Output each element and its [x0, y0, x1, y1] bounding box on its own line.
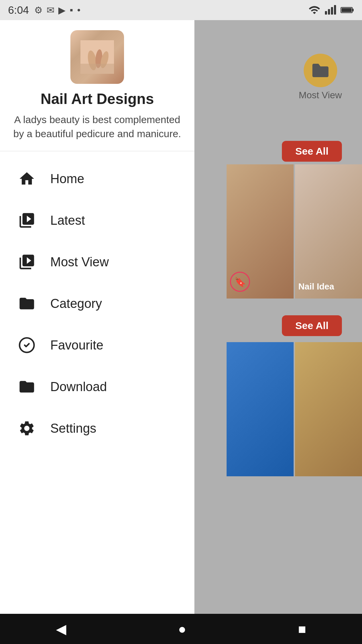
sidebar-item-download[interactable]: Download — [0, 366, 194, 408]
settings-icon — [17, 420, 37, 437]
sidebar-item-favourite[interactable]: Favourite — [0, 324, 194, 366]
most-view-nav-label: Most View — [50, 255, 109, 269]
bg-image-art-nail — [295, 342, 362, 476]
nav-list: Home Latest Most View — [0, 151, 194, 456]
background-images-1: 🔖 Nail Idea — [227, 164, 362, 299]
see-all-button-2[interactable]: See All — [282, 315, 342, 336]
bottom-nav-bar: ◀ ● ■ — [0, 614, 362, 644]
dot-status-icon: • — [77, 5, 80, 15]
background-images-2 — [227, 342, 362, 476]
most-view-icon — [17, 253, 37, 271]
svg-rect-1 — [328, 9, 330, 15]
category-label: Category — [50, 297, 102, 311]
app-subtitle: A ladys beauty is best complemented by a… — [0, 113, 194, 141]
most-view-label: Most View — [299, 90, 342, 101]
svg-rect-11 — [80, 64, 114, 74]
back-button[interactable]: ◀ — [46, 618, 76, 640]
sidebar-item-latest[interactable]: Latest — [0, 200, 194, 241]
logo-thumbnail — [80, 40, 114, 74]
status-bar: 6:04 ⚙ ✉ ▶ ▪ • — [0, 0, 362, 20]
bg-image-spa: 🔖 — [227, 164, 294, 299]
download-label: Download — [50, 380, 107, 394]
svg-rect-5 — [352, 9, 354, 11]
favourite-icon — [17, 336, 37, 354]
settings-status-icon: ⚙ — [34, 5, 43, 16]
download-icon — [17, 378, 37, 395]
recents-button[interactable]: ■ — [288, 618, 316, 640]
favourite-label: Favourite — [50, 338, 103, 353]
category-icon — [17, 295, 37, 312]
signal-icon — [324, 4, 337, 16]
svg-rect-3 — [334, 5, 336, 15]
status-icons-left: ⚙ ✉ ▶ ▪ • — [34, 5, 80, 16]
bookmark-icon-bg: 🔖 — [230, 272, 250, 292]
svg-rect-0 — [325, 11, 327, 15]
email-status-icon: ✉ — [47, 5, 54, 16]
card-status-icon: ▪ — [70, 5, 73, 15]
sidebar-item-category[interactable]: Category — [0, 283, 194, 324]
sidebar-drawer: Nail Art Designs A ladys beauty is best … — [0, 20, 194, 644]
settings-label: Settings — [50, 421, 96, 436]
svg-rect-2 — [331, 7, 333, 15]
most-view-folder-icon — [304, 54, 337, 87]
nail-idea-label: Nail Idea — [298, 281, 334, 292]
home-icon — [17, 170, 37, 187]
svg-rect-6 — [342, 8, 352, 12]
status-left: 6:04 ⚙ ✉ ▶ ▪ • — [8, 4, 80, 16]
battery-icon — [341, 5, 354, 15]
see-all-button-1[interactable]: See All — [282, 141, 342, 162]
status-time: 6:04 — [8, 4, 29, 16]
bg-image-blue-nail — [227, 342, 294, 476]
play-status-icon: ▶ — [58, 5, 66, 16]
app-logo — [70, 30, 124, 84]
latest-label: Latest — [50, 213, 85, 228]
latest-icon — [17, 212, 37, 229]
folder-bg-icon — [311, 62, 330, 78]
drawer-header: Nail Art Designs A ladys beauty is best … — [0, 30, 194, 151]
app-logo-inner — [70, 30, 124, 84]
sidebar-item-most-view[interactable]: Most View — [0, 241, 194, 283]
home-label: Home — [50, 172, 84, 186]
sidebar-item-settings[interactable]: Settings — [0, 408, 194, 449]
status-right — [308, 4, 354, 16]
app-title: Nail Art Designs — [41, 91, 154, 107]
most-view-section: Most View — [299, 54, 342, 101]
home-button[interactable]: ● — [168, 618, 196, 640]
bg-image-nail: Nail Idea — [295, 164, 362, 299]
sidebar-item-home[interactable]: Home — [0, 158, 194, 200]
wifi-icon — [308, 4, 320, 16]
